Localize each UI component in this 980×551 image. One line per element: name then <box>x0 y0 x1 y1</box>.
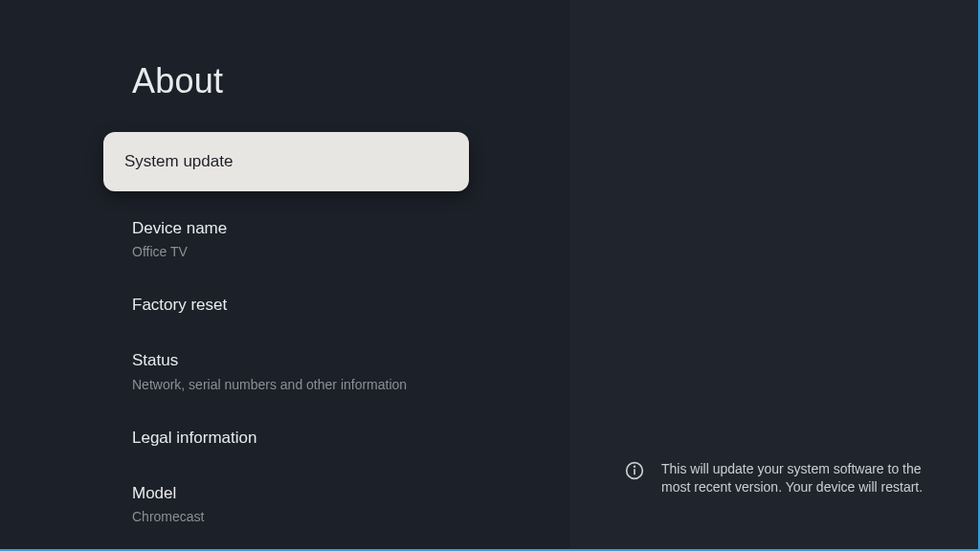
info-text: This will update your system software to… <box>661 460 949 497</box>
left-panel: About System update Device name Office T… <box>0 0 569 551</box>
menu-item-subtitle: Network, serial numbers and other inform… <box>132 376 548 393</box>
menu-item-model[interactable]: Model Chromecast <box>132 468 569 542</box>
menu-item-label: Device name <box>132 218 548 239</box>
menu-item-system-update[interactable]: System update <box>103 132 469 191</box>
menu-item-label: System update <box>124 151 448 172</box>
menu-item-label: Factory reset <box>132 295 548 316</box>
menu-item-subtitle: Chromecast <box>132 508 548 525</box>
menu-item-device-name[interactable]: Device name Office TV <box>132 203 569 277</box>
menu-item-label: Status <box>132 350 548 371</box>
menu-list: System update Device name Office TV Fact… <box>132 132 569 551</box>
menu-item-subtitle: Office TV <box>132 243 548 260</box>
right-panel: This will update your system software to… <box>569 0 980 551</box>
page-title: About <box>132 61 569 101</box>
info-icon <box>625 461 644 480</box>
menu-item-status[interactable]: Status Network, serial numbers and other… <box>132 335 569 409</box>
info-block: This will update your system software to… <box>625 460 949 497</box>
svg-point-2 <box>635 466 635 467</box>
menu-item-label: Legal information <box>132 428 548 449</box>
menu-item-label: Model <box>132 483 548 504</box>
menu-item-factory-reset[interactable]: Factory reset <box>132 279 569 333</box>
menu-item-legal-information[interactable]: Legal information <box>132 412 569 466</box>
